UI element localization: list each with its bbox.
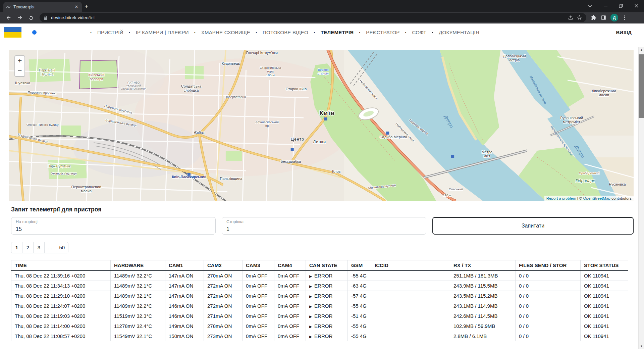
browser-tab[interactable]: Телеметрія ✕ xyxy=(3,2,82,12)
map-label: Старокиївська xyxy=(260,66,281,69)
site-navbar: ·ПРИСТРІЙ·IP КАМЕРИ | ПЛЕЄРИ·ХМАРНЕ СХОВ… xyxy=(0,23,644,41)
tab-favicon xyxy=(6,5,11,9)
per-page-label: На сторінці xyxy=(16,219,38,224)
table-cell: OK 110941 xyxy=(581,311,628,321)
report-problem-link[interactable]: Report a problem xyxy=(546,196,576,200)
map-label: масив xyxy=(81,189,92,193)
play-icon: ▶ xyxy=(309,304,312,308)
nav-item-документація[interactable]: ДОКУМЕНТАЦІЯ xyxy=(439,30,479,35)
column-header: CAM3 xyxy=(243,260,274,271)
table-cell: 0mA OFF xyxy=(243,311,274,321)
per-page-input[interactable] xyxy=(16,226,199,232)
new-tab-button[interactable]: + xyxy=(85,3,88,10)
page-item-50[interactable]: 50 xyxy=(56,242,69,253)
zoom-out-button[interactable]: − xyxy=(15,66,24,76)
scroll-down-icon[interactable]: ▼ xyxy=(639,343,644,349)
table-cell: 271mA ON xyxy=(204,311,243,321)
column-header: FILES SEND / STOR xyxy=(516,260,581,271)
map-container[interactable]: Гончарі-Кожум'якиКудрявецьСтарокиївськаг… xyxy=(9,50,634,201)
query-button[interactable]: Запитати xyxy=(432,217,634,235)
tab-search-icon[interactable] xyxy=(582,0,598,12)
restore-icon[interactable] xyxy=(613,0,629,12)
browser-menu-icon[interactable] xyxy=(622,15,627,20)
map-label: Паньківщина xyxy=(220,177,243,181)
table-cell: 0 / 0 xyxy=(516,281,581,291)
table-cell: 2.8MB / 6.1MB xyxy=(450,331,516,341)
play-icon: ▶ xyxy=(309,335,312,339)
tab-close-icon[interactable]: ✕ xyxy=(74,4,79,10)
map-label: масив xyxy=(598,93,609,97)
table-row: Thu, 08 Dec 22 11:34:13 +020011489mV 32.… xyxy=(11,281,628,291)
minimize-icon[interactable] xyxy=(598,0,613,12)
scrollbar-thumb[interactable] xyxy=(639,54,644,118)
table-cell: -51 4G xyxy=(348,311,371,321)
nav-item-потокове-відео[interactable]: ПОТОКОВЕ ВІДЕО xyxy=(263,30,308,35)
table-cell: 0mA OFF xyxy=(243,270,274,281)
play-icon: ▶ xyxy=(309,294,312,298)
side-panel-icon[interactable] xyxy=(601,15,606,20)
table-cell xyxy=(371,291,450,301)
table-cell: 0mA OFF xyxy=(274,291,306,301)
column-header: ICCID xyxy=(371,260,450,271)
extensions-puzzle-icon[interactable] xyxy=(591,15,597,20)
browser-chrome: Телеметрія ✕ + xyxy=(0,0,644,23)
table-body: Thu, 08 Dec 22 11:39:16 +020011489mV 32.… xyxy=(11,270,628,341)
table-cell: 0 / 0 xyxy=(516,270,581,281)
map-label: Старий Київ xyxy=(286,87,307,91)
address-bar[interactable]: device.bitrek.video/tel xyxy=(40,13,586,22)
table-row: Thu, 08 Dec 22 11:24:07 +020011489mV 32.… xyxy=(11,301,628,311)
nav-item-пристрій[interactable]: ПРИСТРІЙ xyxy=(97,30,123,35)
table-cell: 273mA ON xyxy=(204,331,243,341)
map-label: Київський xyxy=(88,73,104,77)
page-item-2[interactable]: 2 xyxy=(22,242,34,253)
table-cell: 0mA OFF xyxy=(243,321,274,331)
table-cell: OK 110941 xyxy=(581,281,628,291)
table-cell: ▶ERROR xyxy=(306,281,348,291)
zoom-in-button[interactable]: + xyxy=(15,56,24,66)
attribution-tail: contributors xyxy=(610,196,632,200)
page-item-...[interactable]: ... xyxy=(44,242,56,253)
telemetry-table: TIMEHARDWARECAM1CAM2CAM3CAM4CAN STATEGSM… xyxy=(11,260,628,341)
map-label: Шулявка xyxy=(15,81,31,85)
page-item-1[interactable]: 1 xyxy=(11,242,22,253)
table-cell: 0mA OFF xyxy=(243,331,274,341)
nav-item-телеметрія[interactable]: ТЕЛЕМЕТРІЯ xyxy=(321,30,354,35)
share-icon[interactable] xyxy=(568,15,573,20)
forward-icon[interactable] xyxy=(15,13,25,23)
map-label: гора xyxy=(267,69,274,73)
nav-item-реєстратор[interactable]: РЕЄСТРАТОР xyxy=(366,30,399,35)
column-header: HARDWARE xyxy=(111,260,165,271)
nav-item-хмарне-сховище[interactable]: ХМАРНЕ СХОВИЩЕ xyxy=(201,30,250,35)
table-cell: OK 110941 xyxy=(581,321,628,331)
scroll-up-icon[interactable]: ▲ xyxy=(639,47,644,53)
map-label: Кудрявець xyxy=(222,61,240,65)
lock-icon xyxy=(44,15,48,20)
table-cell: 242.6MB / 114.5MB xyxy=(450,311,516,321)
bookmark-star-icon[interactable] xyxy=(577,15,582,20)
table-row: Thu, 08 Dec 22 11:19:03 +020011519mV 32.… xyxy=(11,311,628,321)
nav-item-ip-камери-плеєри[interactable]: IP КАМЕРИ | ПЛЕЄРИ xyxy=(136,30,189,35)
nav-bullet: · xyxy=(359,30,361,35)
page-input[interactable] xyxy=(226,226,410,232)
profile-avatar[interactable]: Д xyxy=(610,14,618,21)
nav-bullet: · xyxy=(194,30,196,35)
logout-link[interactable]: ВИХІД xyxy=(616,30,632,35)
table-cell: ▶ERROR xyxy=(306,291,348,301)
nav-bullet: · xyxy=(314,30,315,35)
table-cell: ▶ERROR xyxy=(306,331,348,341)
table-cell: 0 / 0 xyxy=(516,291,581,301)
map-label: Гідропарк xyxy=(576,179,595,183)
close-window-icon[interactable] xyxy=(629,0,644,12)
table-cell: 0mA OFF xyxy=(274,311,306,321)
reload-icon[interactable] xyxy=(26,13,36,23)
nav-item-софт[interactable]: СОФТ xyxy=(412,30,427,35)
table-cell: 147mA ON xyxy=(165,270,204,281)
nav-menu: ·ПРИСТРІЙ·IP КАМЕРИ | ПЛЕЄРИ·ХМАРНЕ СХОВ… xyxy=(90,30,479,35)
page-scrollbar[interactable]: ▲ ▼ xyxy=(638,47,644,349)
back-icon[interactable] xyxy=(3,13,13,23)
attribution-separator: | © xyxy=(576,196,583,200)
openstreetmap-link[interactable]: OpenStreetMap xyxy=(583,196,610,200)
map-label: Уманська вулиця xyxy=(51,171,76,175)
column-header: RX / TX xyxy=(450,260,516,271)
page-item-3[interactable]: 3 xyxy=(33,242,45,253)
